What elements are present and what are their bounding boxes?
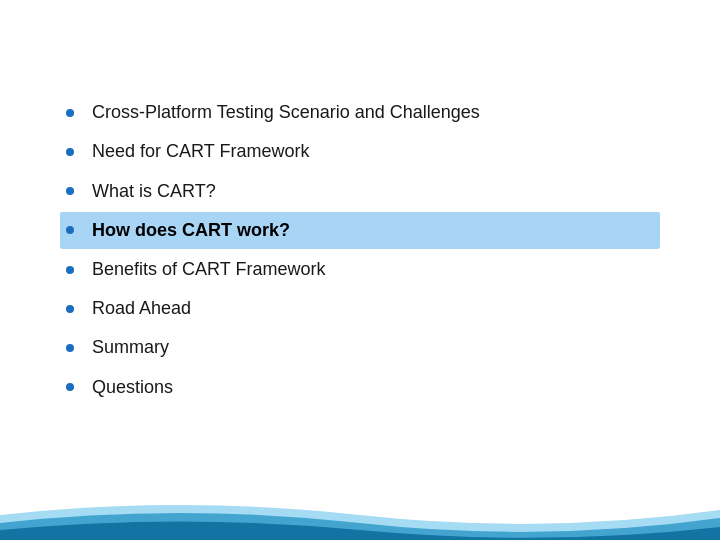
item-text: Road Ahead [92,296,191,321]
bullet-icon [66,344,74,352]
list-item: Summary [60,329,660,366]
list-item: Need for CART Framework [60,133,660,170]
menu-list: Cross-Platform Testing Scenario and Chal… [60,94,660,406]
item-text: How does CART work? [92,218,290,243]
slide-container: Cross-Platform Testing Scenario and Chal… [0,0,720,540]
bullet-icon [66,148,74,156]
bullet-icon [66,383,74,391]
bullet-icon [66,305,74,313]
bottom-decoration [0,495,720,540]
list-item: Benefits of CART Framework [60,251,660,288]
bullet-icon [66,187,74,195]
bullet-icon [66,226,74,234]
bullet-icon [66,266,74,274]
list-item: Questions [60,369,660,406]
list-item-highlighted: How does CART work? [60,212,660,249]
item-text: Need for CART Framework [92,139,309,164]
item-text: Cross-Platform Testing Scenario and Chal… [92,100,480,125]
item-text: What is CART? [92,179,216,204]
item-text: Benefits of CART Framework [92,257,325,282]
list-item: Road Ahead [60,290,660,327]
item-text: Questions [92,375,173,400]
bullet-icon [66,109,74,117]
list-item: Cross-Platform Testing Scenario and Chal… [60,94,660,131]
list-item: What is CART? [60,173,660,210]
item-text: Summary [92,335,169,360]
